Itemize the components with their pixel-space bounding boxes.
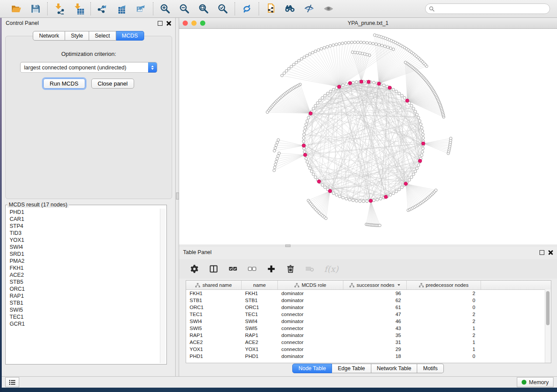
zoom-selected-icon[interactable] bbox=[217, 3, 229, 15]
mcds-result-item[interactable]: RAP1 bbox=[7, 292, 160, 299]
select-all-rows-icon[interactable] bbox=[228, 264, 238, 274]
minimize-window-icon[interactable] bbox=[191, 21, 197, 26]
column-header-shared-name[interactable]: shared name bbox=[186, 281, 242, 289]
zoom-in-icon[interactable] bbox=[159, 3, 171, 15]
delete-table-icon bbox=[305, 264, 315, 274]
table-row[interactable]: ACE2ACE2connector311 bbox=[186, 339, 551, 346]
memory-status-icon bbox=[522, 380, 526, 385]
maximize-window-icon[interactable] bbox=[200, 21, 205, 26]
tab-edge-table[interactable]: Edge Table bbox=[332, 364, 371, 373]
table-row[interactable]: RAP1RAP1dominator352 bbox=[186, 332, 551, 339]
shared-column-icon bbox=[349, 283, 354, 288]
mcds-result-item[interactable]: SWI4 bbox=[7, 244, 160, 251]
mcds-result-item[interactable]: FKH1 bbox=[7, 265, 160, 272]
search-field[interactable] bbox=[425, 3, 550, 14]
table-panel-title: Table Panel bbox=[183, 249, 211, 255]
export-image-icon[interactable] bbox=[135, 3, 147, 15]
tab-node-table[interactable]: Node Table bbox=[292, 364, 332, 373]
criterion-dropdown[interactable]: largest connected component (undirected) bbox=[20, 62, 157, 73]
mcds-result-item[interactable]: YOX1 bbox=[7, 237, 160, 244]
splitter-grip[interactable] bbox=[176, 193, 179, 199]
import-network-icon[interactable] bbox=[53, 3, 66, 15]
zoom-out-icon[interactable] bbox=[178, 3, 190, 15]
table-cell: dominator bbox=[278, 354, 343, 359]
create-column-icon[interactable] bbox=[266, 264, 276, 274]
mcds-result-item[interactable]: ORC1 bbox=[7, 285, 160, 292]
search-input[interactable] bbox=[437, 5, 546, 12]
network-window-titlebar[interactable]: YPA_prune.txt_1 bbox=[179, 18, 557, 29]
export-table-icon[interactable] bbox=[116, 3, 128, 15]
mcds-list-scrollbar[interactable] bbox=[160, 209, 166, 363]
mcds-result-item[interactable]: SWI5 bbox=[7, 306, 160, 313]
mcds-result-item[interactable]: STB5 bbox=[7, 279, 160, 285]
table-row[interactable]: STB1STB1dominator620 bbox=[186, 297, 551, 304]
apply-preferred-layout-icon[interactable] bbox=[241, 3, 253, 15]
open-file-icon[interactable] bbox=[10, 3, 22, 15]
vertical-splitter[interactable] bbox=[175, 18, 179, 376]
column-header-predecessor-nodes[interactable]: predecessor nodes bbox=[407, 281, 481, 289]
tab-select[interactable]: Select bbox=[89, 31, 116, 41]
table-row[interactable]: PHD1PHD1dominator180 bbox=[186, 353, 551, 360]
table-row[interactable]: SWI5SWI5connector431 bbox=[186, 325, 551, 332]
deselect-all-rows-icon[interactable] bbox=[247, 264, 257, 274]
mcds-result-item[interactable]: GCR1 bbox=[7, 320, 160, 327]
mcds-result-item[interactable]: ACE2 bbox=[7, 272, 160, 279]
close-window-icon[interactable] bbox=[183, 21, 188, 26]
scrollbar-thumb[interactable] bbox=[546, 291, 550, 325]
network-graph[interactable] bbox=[179, 29, 557, 245]
show-hide-columns-icon[interactable] bbox=[209, 264, 218, 274]
delete-columns-icon[interactable] bbox=[286, 264, 295, 274]
desktop-wallpaper-edge bbox=[2, 388, 557, 392]
table-scrollbar[interactable] bbox=[545, 289, 551, 363]
tab-motifs[interactable]: Motifs bbox=[417, 364, 443, 373]
network-window: YPA_prune.txt_1 bbox=[179, 18, 557, 244]
close-panel-icon[interactable] bbox=[166, 21, 171, 26]
close-panel-icon[interactable] bbox=[548, 250, 553, 255]
tab-style[interactable]: Style bbox=[65, 31, 89, 41]
mcds-result-item[interactable]: TEC1 bbox=[7, 313, 160, 320]
table-cell: 0 bbox=[407, 305, 481, 310]
search-network-icon[interactable] bbox=[284, 3, 296, 15]
table-cell: dominator bbox=[278, 298, 343, 303]
tab-network-table[interactable]: Network Table bbox=[371, 364, 418, 373]
table-row[interactable]: TEC1TEC1connector472 bbox=[186, 311, 551, 318]
mcds-result-item[interactable]: PHD1 bbox=[7, 209, 160, 216]
float-panel-icon[interactable] bbox=[540, 250, 544, 255]
hide-selected-icon[interactable] bbox=[303, 3, 315, 15]
table-row[interactable]: FKH1FKH1dominator962 bbox=[186, 290, 551, 297]
show-all-icon[interactable] bbox=[322, 3, 335, 15]
column-header-successor-nodes[interactable]: successor nodes bbox=[343, 281, 407, 289]
column-header-name[interactable]: name bbox=[242, 281, 278, 289]
float-panel-icon[interactable] bbox=[158, 21, 163, 26]
table-cell: ACE2 bbox=[186, 340, 242, 345]
mcds-result-item[interactable]: STP4 bbox=[7, 223, 160, 230]
table-row[interactable]: ORC1ORC1dominator610 bbox=[186, 304, 551, 311]
zoom-fit-icon[interactable] bbox=[197, 3, 210, 15]
table-row[interactable]: SWI4SWI4dominator462 bbox=[186, 318, 551, 325]
mcds-result-item[interactable]: PMA2 bbox=[7, 258, 160, 265]
tab-mcds[interactable]: MCDS bbox=[116, 31, 144, 41]
mcds-result-item[interactable]: STB1 bbox=[7, 299, 160, 306]
import-table-icon[interactable] bbox=[73, 3, 85, 15]
save-session-icon[interactable] bbox=[29, 3, 42, 15]
table-cell: dominator bbox=[278, 333, 343, 338]
mcds-result-item[interactable]: CAR1 bbox=[7, 216, 160, 223]
table-cell: 61 bbox=[343, 305, 407, 310]
search-icon bbox=[429, 6, 435, 12]
tab-network[interactable]: Network bbox=[33, 31, 65, 41]
table-cell: YOX1 bbox=[242, 347, 278, 352]
network-view-canvas[interactable] bbox=[179, 29, 557, 245]
run-mcds-button[interactable]: Run MCDS bbox=[43, 79, 85, 89]
export-network-icon[interactable] bbox=[97, 3, 109, 15]
task-history-button[interactable] bbox=[5, 377, 19, 387]
share-network-document-icon[interactable] bbox=[265, 3, 277, 15]
mcds-result-item[interactable]: TID3 bbox=[7, 230, 160, 237]
column-header-MCDS-role[interactable]: MCDS role bbox=[278, 281, 343, 289]
table-mode-gear-icon[interactable] bbox=[190, 264, 199, 274]
mcds-result-item[interactable]: SRD1 bbox=[7, 251, 160, 258]
memory-button[interactable]: Memory bbox=[517, 377, 554, 387]
table-cell: 1 bbox=[407, 347, 481, 352]
table-row[interactable]: YOX1YOX1connector291 bbox=[186, 346, 551, 353]
table-cell: FKH1 bbox=[186, 291, 242, 296]
close-panel-button[interactable]: Close panel bbox=[91, 79, 135, 89]
